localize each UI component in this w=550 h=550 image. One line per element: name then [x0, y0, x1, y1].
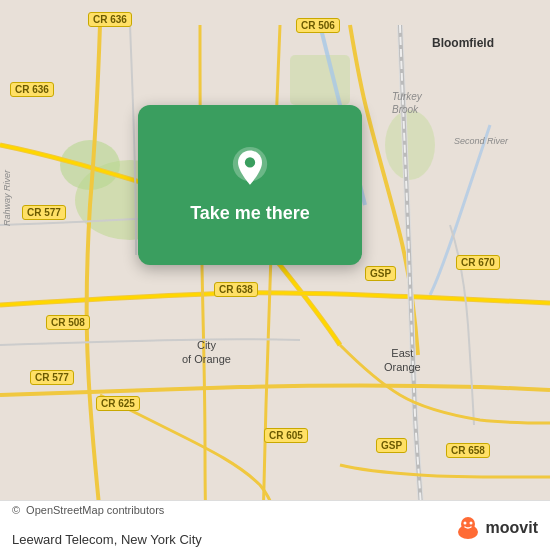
road-label-cr577-top: CR 577 [22, 205, 66, 220]
road-label-cr605: CR 605 [264, 428, 308, 443]
road-label-gsp-bot: GSP [376, 438, 407, 453]
moovit-icon [454, 514, 482, 542]
svg-point-9 [469, 522, 472, 525]
svg-point-3 [385, 110, 435, 180]
attribution-section: © OpenStreetMap contributors [12, 504, 164, 516]
take-me-there-button[interactable]: Take me there [190, 203, 310, 224]
location-pin-icon [226, 147, 274, 195]
moovit-text: moovit [486, 519, 538, 537]
svg-point-7 [461, 517, 475, 531]
road-label-cr636-top: CR 636 [88, 12, 132, 27]
map-background [0, 0, 550, 550]
bottom-bar: © OpenStreetMap contributors Leeward Tel… [0, 500, 550, 550]
map-container: CR 636 CR 506 CR 636 CR 577 CR 638 CR 50… [0, 0, 550, 550]
road-label-cr508: CR 508 [46, 315, 90, 330]
road-label-cr638: CR 638 [214, 282, 258, 297]
moovit-logo: moovit [454, 514, 538, 542]
location-title: Leeward Telecom, New York City [12, 532, 202, 547]
road-label-gsp-top: GSP [365, 266, 396, 281]
road-label-cr577-bot: CR 577 [30, 370, 74, 385]
svg-rect-2 [290, 55, 350, 105]
svg-point-8 [463, 522, 466, 525]
road-label-cr658: CR 658 [446, 443, 490, 458]
road-label-cr636-left: CR 636 [10, 82, 54, 97]
road-label-cr625: CR 625 [96, 396, 140, 411]
svg-point-5 [245, 157, 255, 167]
copyright-symbol: © [12, 504, 20, 516]
osm-attribution: OpenStreetMap contributors [26, 504, 164, 516]
take-me-there-card[interactable]: Take me there [138, 105, 362, 265]
road-label-cr670: CR 670 [456, 255, 500, 270]
road-label-cr506: CR 506 [296, 18, 340, 33]
